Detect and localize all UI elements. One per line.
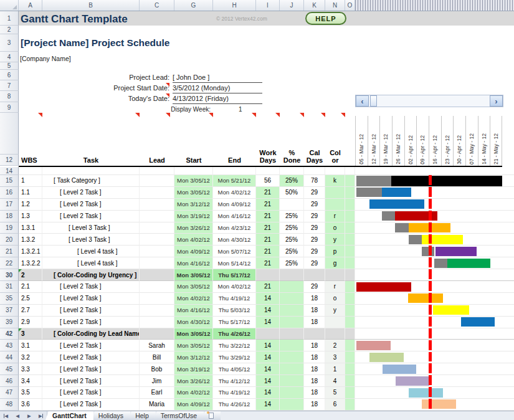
row-number-15[interactable]: 15 <box>0 175 19 187</box>
cell-task[interactable]: [ Level 3 Task ] <box>42 222 140 234</box>
cell-start-date[interactable]: Mon 3/05/12 <box>174 175 213 187</box>
select-all-corner[interactable] <box>0 0 19 11</box>
cell-lead[interactable]: Earl <box>140 387 174 399</box>
cell-work-days[interactable]: 14 <box>256 340 280 351</box>
row-number-37[interactable]: 37 <box>0 305 19 317</box>
cell-wbs[interactable]: 2.1 <box>19 281 42 293</box>
cell-spacer[interactable] <box>345 281 355 293</box>
cell-work-days[interactable]: 21 <box>256 234 280 246</box>
row-number-39[interactable]: 39 <box>0 317 19 328</box>
empty-cell[interactable] <box>345 167 355 175</box>
cell-task[interactable]: [ Level 2 Task ] <box>42 199 140 211</box>
cell-end-date[interactable]: Thu 5/03/12 <box>213 305 256 317</box>
cell-wbs[interactable]: 3.6 <box>19 399 42 411</box>
row-number-4[interactable]: 4 <box>0 52 19 62</box>
cell-end-date[interactable]: Thu 5/17/12 <box>213 317 256 328</box>
cell-cal-days[interactable]: 29 <box>304 234 325 246</box>
cell-color-code[interactable] <box>325 328 345 340</box>
cell-lead[interactable] <box>140 281 174 293</box>
cell-spacer[interactable] <box>345 175 355 187</box>
header-color[interactable]: Col or <box>325 149 345 166</box>
todays-date-field[interactable]: 4/13/2012 (Friday) <box>173 95 262 104</box>
header-work-days[interactable]: Work Days <box>256 149 280 166</box>
cell-color-code[interactable]: y <box>325 234 345 246</box>
cell-cal-days[interactable]: 29 <box>304 199 325 211</box>
cell-lead[interactable] <box>140 246 174 257</box>
cell-task[interactable]: [ Level 2 Task ] <box>42 187 140 199</box>
row-number-8[interactable]: 8 <box>0 91 19 102</box>
row-number-3[interactable]: 3 <box>0 34 19 52</box>
cell-color-code[interactable]: k <box>325 175 345 187</box>
header-lead[interactable]: Lead <box>140 156 174 166</box>
cell-start-date[interactable]: Mon 3/12/12 <box>174 199 213 211</box>
header-cal-days[interactable]: Cal Days <box>304 149 325 166</box>
cell-percent-done[interactable]: 25% <box>280 211 304 222</box>
cell-cal-days[interactable]: 29 <box>304 222 325 234</box>
row-number-9[interactable]: 9 <box>0 102 19 113</box>
cell-wbs[interactable]: 3.3 <box>19 363 42 375</box>
project-lead-field[interactable]: [ John Doe ] <box>173 74 262 83</box>
cell-task[interactable]: [ Level 2 Task ] <box>42 317 140 328</box>
gantt-cell[interactable] <box>355 305 514 317</box>
first-sheet-icon[interactable]: ◀ <box>0 411 12 420</box>
scroll-right-icon[interactable]: › <box>490 95 503 107</box>
cell-wbs[interactable]: 3 <box>19 328 42 340</box>
empty-cell[interactable] <box>304 167 325 175</box>
cell-color-code[interactable] <box>325 187 345 199</box>
column-letter-N[interactable]: N <box>325 0 345 11</box>
row-number-17[interactable]: 17 <box>0 199 19 211</box>
cell-color-code[interactable]: g <box>325 257 345 269</box>
header-end[interactable]: End <box>213 156 256 166</box>
cell-end-date[interactable]: Thu 4/26/12 <box>213 399 256 411</box>
cell-percent-done[interactable] <box>280 328 304 340</box>
cell-task[interactable]: [ Level 2 Task ] <box>42 363 140 375</box>
cell-cal-days[interactable]: 29 <box>304 281 325 293</box>
row-number-16[interactable]: 16 <box>0 187 19 199</box>
cell-end-date[interactable]: Mon 5/21/12 <box>213 175 256 187</box>
row-number-35[interactable]: 35 <box>0 293 19 305</box>
cell-task[interactable]: [ Level 3 Task ] <box>42 234 140 246</box>
cell-spacer[interactable] <box>345 328 355 340</box>
cell-spacer[interactable] <box>345 187 355 199</box>
column-letter-C[interactable]: C <box>140 0 174 11</box>
cell-start-date[interactable]: Mon 4/02/12 <box>174 234 213 246</box>
cell-spacer[interactable] <box>345 363 355 375</box>
cell-wbs[interactable]: 2.7 <box>19 305 42 317</box>
cell-wbs[interactable]: 2.9 <box>19 317 42 328</box>
cell-cal-days[interactable]: 29 <box>304 211 325 222</box>
cell-cal-days[interactable]: 29 <box>304 257 325 269</box>
cell-task[interactable]: [ Level 4 task ] <box>42 246 140 257</box>
cell-lead[interactable] <box>140 293 174 305</box>
cell-spacer[interactable] <box>345 305 355 317</box>
cell-lead[interactable] <box>140 175 174 187</box>
cell-end-date[interactable]: Mon 4/02/12 <box>213 187 256 199</box>
cell-work-days[interactable]: 14 <box>256 375 280 387</box>
cell-lead[interactable] <box>140 269 174 281</box>
cell-end-date[interactable]: Thu 3/22/12 <box>213 340 256 351</box>
cell-cal-days[interactable]: 18 <box>304 387 325 399</box>
gantt-cell[interactable] <box>355 269 514 281</box>
cell-percent-done[interactable]: 25% <box>280 257 304 269</box>
cell-start-date[interactable]: Mon 3/05/12 <box>174 269 213 281</box>
column-letter-G[interactable]: G <box>174 0 213 11</box>
cell-cal-days[interactable] <box>304 269 325 281</box>
cell-spacer[interactable] <box>345 246 355 257</box>
cell-task[interactable]: [ Color-Coding by Urgency ] <box>42 269 140 281</box>
cell-task[interactable]: [ Color-Coding by Lead Name ] <box>42 328 140 340</box>
cell-lead[interactable]: Jim <box>140 375 174 387</box>
cell-end-date[interactable]: Mon 4/23/12 <box>213 222 256 234</box>
row-number-45[interactable]: 45 <box>0 363 19 375</box>
cell-percent-done[interactable]: 50% <box>280 187 304 199</box>
cell-wbs[interactable]: 3.5 <box>19 387 42 399</box>
cell-percent-done[interactable] <box>280 363 304 375</box>
cell-task[interactable]: [ Level 2 Task ] <box>42 293 140 305</box>
sheet-tab-ganttchart[interactable]: GanttChart <box>45 411 93 420</box>
cell-start-date[interactable]: Mon 4/09/12 <box>174 246 213 257</box>
gantt-cell[interactable] <box>355 375 514 387</box>
cell-start-date[interactable]: Mon 3/05/12 <box>174 281 213 293</box>
sheet-tab-help[interactable]: Help <box>128 411 156 420</box>
cell-spacer[interactable] <box>345 387 355 399</box>
cell-percent-done[interactable]: 25% <box>280 222 304 234</box>
cell-percent-done[interactable] <box>280 340 304 351</box>
cell-end-date[interactable]: Thu 4/12/12 <box>213 375 256 387</box>
